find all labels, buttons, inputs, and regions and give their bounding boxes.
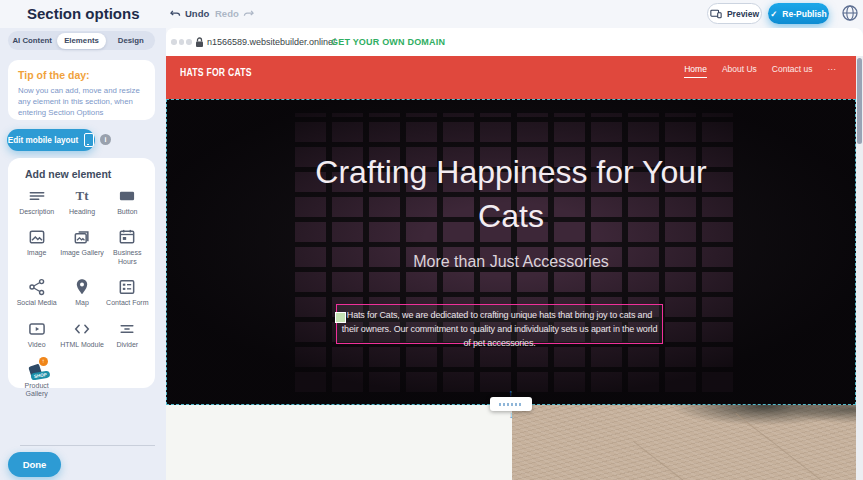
social-media-icon	[27, 277, 47, 297]
grip-dots-icon	[499, 403, 523, 406]
lock-icon	[195, 37, 204, 48]
element-html-module[interactable]: HTML Module	[59, 319, 104, 349]
contact-form-icon	[117, 277, 137, 297]
nav-home[interactable]: Home	[684, 64, 707, 78]
element-divider[interactable]: Divider	[105, 319, 150, 349]
arrow-down-icon: ↓	[509, 411, 514, 419]
heading-icon: Tt	[75, 186, 88, 206]
image-gallery-icon	[72, 227, 92, 247]
business-hours-icon	[117, 227, 137, 247]
window-dot-3	[186, 39, 192, 45]
hero-title: Crafting Happiness for Your Cats	[301, 150, 721, 238]
divider-icon	[117, 319, 137, 339]
stone-joint-line	[735, 413, 838, 480]
undo-label: Undo	[185, 8, 209, 19]
devices-icon	[710, 9, 722, 19]
element-description[interactable]: Description	[14, 186, 59, 216]
description-icon	[27, 186, 47, 206]
globe-icon[interactable]	[841, 4, 859, 22]
button-icon	[117, 186, 137, 206]
undo-button[interactable]: Undo	[170, 8, 209, 19]
nav-contact[interactable]: Contact us	[772, 64, 813, 77]
page-title: Section options	[27, 5, 140, 22]
hero-paragraph: Hats for Cats, we are dedicated to craft…	[337, 305, 662, 351]
url-field[interactable]: n1566589.websitebuilder.online/	[207, 37, 336, 47]
html-module-icon	[72, 319, 92, 339]
arrow-up-icon: ↑	[509, 389, 514, 397]
element-product-gallery[interactable]: SHOP ↑ Product Gallery	[14, 360, 59, 399]
video-icon	[27, 319, 47, 339]
hero-vignette	[167, 100, 855, 404]
add-element-title: Add new element	[25, 168, 111, 180]
redo-icon	[243, 9, 254, 19]
element-business-hours[interactable]: Business Hours	[105, 227, 150, 266]
element-contact-form[interactable]: Contact Form	[105, 277, 150, 307]
tab-design[interactable]: Design	[107, 33, 155, 49]
scrollbar-thumb[interactable]	[857, 58, 862, 144]
paragraph-element-selected[interactable]: Hats for Cats, we are dedicated to craft…	[336, 304, 663, 344]
info-icon[interactable]: i	[100, 134, 111, 145]
tab-elements[interactable]: Elements	[57, 33, 105, 49]
edit-mobile-label: Edit mobile layout	[8, 136, 79, 145]
nav-about[interactable]: About Us	[722, 64, 757, 77]
tab-ai-content[interactable]: AI Content	[8, 33, 56, 49]
preview-label: Preview	[727, 9, 759, 19]
element-social-media[interactable]: Social Media	[14, 277, 59, 307]
site-logo[interactable]: HATS FOR CATS	[180, 66, 252, 78]
hero-section-selected[interactable]: Crafting Happiness for Your Cats More th…	[166, 99, 856, 405]
tip-body: Now you can add, move and resize any ele…	[18, 86, 146, 119]
tip-title: Tip of the day:	[18, 69, 90, 81]
republish-button[interactable]: ✓ Re-Publish	[768, 3, 829, 24]
element-image-gallery[interactable]: Image Gallery	[59, 227, 104, 266]
stone-joint-line	[633, 441, 720, 480]
next-section-image	[512, 405, 863, 480]
upgrade-badge-icon: ↑	[39, 357, 48, 366]
element-grid: Description Tt Heading Button Image Imag…	[14, 186, 150, 399]
undo-icon	[170, 9, 181, 19]
element-drag-handle[interactable]	[335, 312, 346, 323]
window-dot-1	[171, 39, 177, 45]
redo-button[interactable]: Redo	[215, 8, 254, 19]
section-resize-handle[interactable]: ↑ ↓	[489, 389, 533, 420]
hero-subtitle: More than Just Accessories	[167, 253, 855, 271]
preview-button[interactable]: Preview	[707, 3, 762, 24]
window-dot-2	[179, 39, 185, 45]
element-image[interactable]: Image	[14, 227, 59, 266]
element-map[interactable]: Map	[59, 277, 104, 307]
map-icon	[72, 277, 92, 297]
element-button[interactable]: Button	[105, 186, 150, 216]
edit-mobile-layout-button[interactable]: Edit mobile layout	[7, 129, 95, 151]
done-button[interactable]: Done	[8, 452, 61, 477]
panel-tabs: AI Content Elements Design	[8, 31, 155, 50]
republish-label: Re-Publish	[782, 9, 826, 19]
image-icon	[27, 227, 47, 247]
element-heading[interactable]: Tt Heading	[59, 186, 104, 216]
get-domain-link[interactable]: GET YOUR OWN DOMAIN	[331, 37, 445, 47]
panel-divider	[20, 445, 155, 446]
smartphone-icon	[84, 133, 94, 147]
next-section-background	[166, 405, 512, 480]
resize-grip[interactable]	[490, 397, 532, 411]
check-icon: ✓	[770, 9, 777, 19]
website-builder-screen: Section options Undo Redo Preview ✓ Re-P…	[0, 0, 863, 480]
redo-label: Redo	[215, 8, 239, 19]
element-video[interactable]: Video	[14, 319, 59, 349]
nav-more-icon[interactable]: ···	[828, 64, 837, 77]
site-nav: Home About Us Contact us ···	[684, 64, 836, 78]
product-gallery-icon: SHOP ↑	[27, 360, 47, 380]
